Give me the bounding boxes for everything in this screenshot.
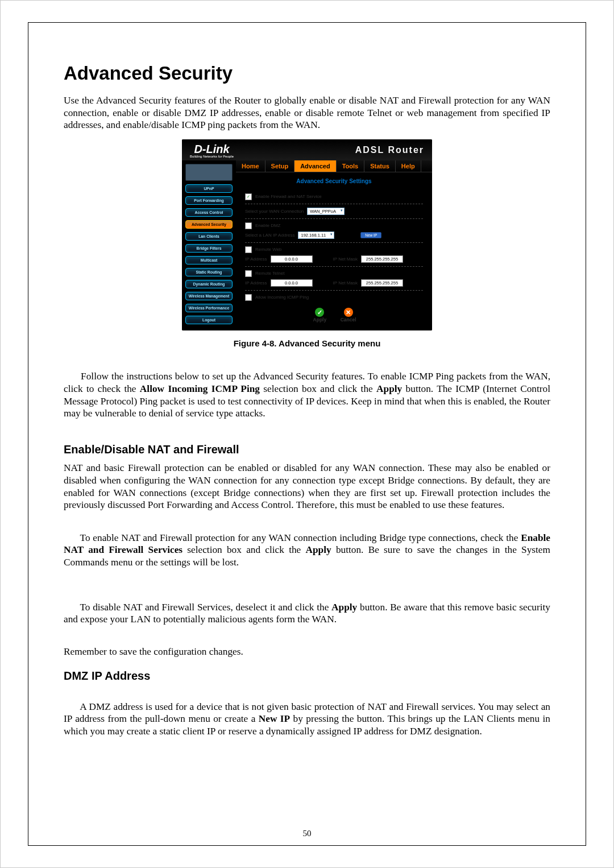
intro-paragraph: Use the Advanced Security features of th… <box>64 94 550 131</box>
bold-text: Allow Incoming ICMP Ping <box>140 383 260 394</box>
sidebar-item-static-routing[interactable]: Static Routing <box>185 268 233 276</box>
page-content: Advanced Security Use the Advanced Secur… <box>28 22 586 846</box>
sub1-paragraph1: NAT and basic Firewall protection can be… <box>64 462 550 511</box>
sidebar-item-bridge-filters[interactable]: Bridge Filters <box>185 244 233 253</box>
wan-label: Select your WAN Connection <box>245 209 304 214</box>
enable-dmz-checkbox[interactable] <box>245 222 252 229</box>
sidebar-item-logout[interactable]: Logout <box>185 316 233 324</box>
text: selection box and click the <box>182 544 305 555</box>
sidebar-item-upnp[interactable]: UPnP <box>185 184 233 193</box>
row-remote-telnet: Remote Telnet <box>245 270 423 277</box>
check-icon: ✓ <box>315 308 324 317</box>
sidebar-item-advanced-security[interactable]: Advanced Security <box>185 220 233 229</box>
bold-text: Apply <box>376 383 402 394</box>
router-main: Home Setup Advanced Tools Status Help Ad… <box>236 160 432 330</box>
remote-telnet-label: Remote Telnet <box>255 271 284 276</box>
tab-home[interactable]: Home <box>236 160 265 172</box>
subheading-dmz: DMZ IP Address <box>64 669 550 683</box>
tab-bar: Home Setup Advanced Tools Status Help <box>236 160 432 172</box>
page: Advanced Security Use the Advanced Secur… <box>0 0 614 868</box>
text: To disable NAT and Firewall Services, de… <box>80 602 331 613</box>
sub1-paragraph2: To enable NAT and Firewall protection fo… <box>64 519 550 581</box>
row-remote-telnet-ip: IP Address 0.0.0.0 IP Net Mask 255.255.2… <box>245 279 423 287</box>
brand-tagline: Building Networks for People <box>190 155 234 158</box>
enable-firewall-label: Enable Firewall and NAT Service <box>255 194 322 199</box>
lan-ip-select[interactable]: 192.168.1.11 <box>298 232 334 239</box>
tab-setup[interactable]: Setup <box>265 160 295 172</box>
sidebar-item-wireless-performance[interactable]: Wireless Performance <box>185 304 233 312</box>
remote-web-mask-label: IP Net Mask <box>333 257 358 262</box>
new-ip-button[interactable]: New IP <box>360 232 381 238</box>
sidebar-item-access-control[interactable]: Access Control <box>185 208 233 217</box>
cancel-button[interactable]: ✕ Cancel <box>338 308 359 323</box>
subheading-nat-firewall: Enable/Disable NAT and Firewall <box>64 443 550 456</box>
remote-web-label: Remote Web <box>255 247 282 252</box>
row-remote-web-ip: IP Address 0.0.0.0 IP Net Mask 255.255.2… <box>245 255 423 263</box>
remote-web-ip-label: IP Address <box>245 257 267 262</box>
remote-telnet-ip-label: IP Address <box>245 280 267 286</box>
remote-telnet-checkbox[interactable] <box>245 270 252 277</box>
page-number: 50 <box>28 829 586 838</box>
apply-label: Apply <box>309 317 330 323</box>
row-remote-web: Remote Web <box>245 246 423 253</box>
brand: D-Link Building Networks for People <box>190 143 234 158</box>
brand-logo: D-Link <box>194 143 229 155</box>
figure-caption: Figure 4-8. Advanced Security menu <box>64 338 550 348</box>
apply-button[interactable]: ✓ Apply <box>309 308 330 323</box>
divider <box>245 204 423 204</box>
divider <box>245 242 423 243</box>
bold-text: Apply <box>306 544 331 555</box>
remote-telnet-mask-label: IP Net Mask <box>333 280 358 286</box>
row-wan: Select your WAN Connection WAN_PPPoA <box>245 208 423 215</box>
remote-web-mask-input[interactable]: 255.255.255.255 <box>361 255 403 263</box>
sidebar-item-multicast[interactable]: Multicast <box>185 256 233 264</box>
text: To enable NAT and Firewall protection fo… <box>80 532 521 543</box>
divider <box>245 290 423 291</box>
router-ui: D-Link Building Networks for People ADSL… <box>182 139 432 330</box>
bold-text: New IP <box>259 713 290 724</box>
wan-select[interactable]: WAN_PPPoA <box>307 208 345 215</box>
enable-firewall-checkbox[interactable]: ✓ <box>245 193 252 200</box>
row-enable-dmz: Enable DMZ <box>245 222 423 229</box>
router-header: D-Link Building Networks for People ADSL… <box>182 139 432 160</box>
sidebar-item-dynamic-routing[interactable]: Dynamic Routing <box>185 280 233 288</box>
remote-telnet-ip-input[interactable]: 0.0.0.0 <box>271 279 313 287</box>
cancel-icon: ✕ <box>344 308 353 317</box>
remote-web-checkbox[interactable] <box>245 246 252 253</box>
form-area: ✓ Enable Firewall and NAT Service Select… <box>236 188 432 326</box>
text: selection box and click the <box>260 383 376 394</box>
lan-ip-label: Select a LAN IP Address <box>245 233 294 238</box>
allow-ping-label: Allow Incoming ICMP Ping <box>255 295 309 300</box>
sub2-paragraph1: A DMZ address is used for a device that … <box>64 688 550 750</box>
tab-advanced[interactable]: Advanced <box>294 160 337 172</box>
sub1-paragraph4: Remember to save the configuration chang… <box>64 646 550 658</box>
row-enable-firewall: ✓ Enable Firewall and NAT Service <box>245 193 423 200</box>
tab-status[interactable]: Status <box>364 160 396 172</box>
page-title: Advanced Security <box>64 63 550 84</box>
remote-telnet-mask-input[interactable]: 255.255.255.255 <box>361 279 403 287</box>
router-body: UPnP Port Forwarding Access Control Adva… <box>182 160 432 330</box>
allow-ping-checkbox[interactable] <box>245 294 252 301</box>
divider <box>245 266 423 267</box>
form-buttons: ✓ Apply ✕ Cancel <box>245 303 423 323</box>
after-figure-paragraph: Follow the instructions below to set up … <box>64 358 550 432</box>
sidebar-item-port-forwarding[interactable]: Port Forwarding <box>185 196 233 205</box>
sidebar-item-wireless-management[interactable]: Wireless Management <box>185 292 233 300</box>
router-title: ADSL Router <box>355 145 424 155</box>
cancel-label: Cancel <box>338 317 359 323</box>
sidebar-illustration <box>185 164 233 181</box>
sidebar-item-lan-clients[interactable]: Lan Clients <box>185 232 233 241</box>
row-allow-ping: Allow Incoming ICMP Ping <box>245 294 423 301</box>
row-lan-ip: Select a LAN IP Address 192.168.1.11 New… <box>245 232 423 239</box>
tab-help[interactable]: Help <box>396 160 421 172</box>
tab-tools[interactable]: Tools <box>337 160 365 172</box>
remote-web-ip-input[interactable]: 0.0.0.0 <box>271 255 313 263</box>
enable-dmz-label: Enable DMZ <box>255 223 280 228</box>
bold-text: Apply <box>331 602 357 613</box>
section-title: Advanced Security Settings <box>236 172 432 188</box>
divider <box>245 218 423 219</box>
figure: D-Link Building Networks for People ADSL… <box>64 139 550 330</box>
sidebar: UPnP Port Forwarding Access Control Adva… <box>182 160 236 330</box>
sub1-paragraph3: To disable NAT and Firewall Services, de… <box>64 589 550 638</box>
